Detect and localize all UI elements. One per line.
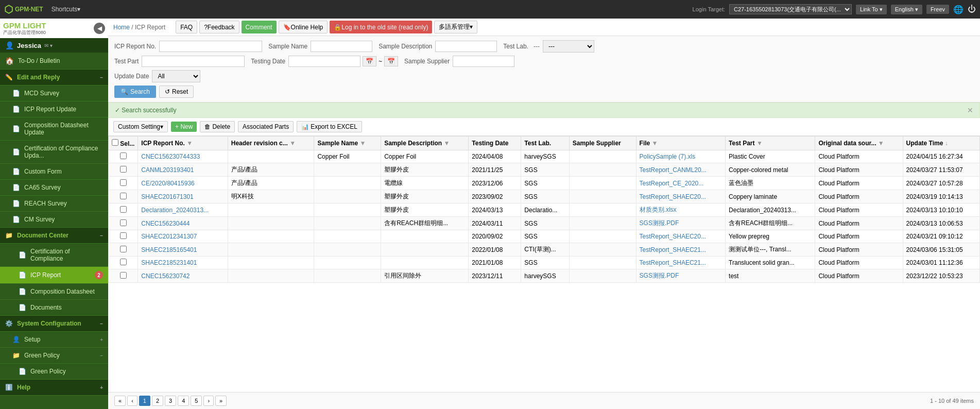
link-to-button[interactable]: Link To ▾: [856, 5, 887, 14]
breadcrumb-home[interactable]: Home: [113, 24, 130, 31]
success-bar-close[interactable]: ✕: [967, 106, 973, 114]
row-update-time: 2024/04/15 16:27:34: [903, 150, 979, 163]
pagination-page-5[interactable]: 5: [191, 396, 202, 406]
row-checkbox[interactable]: [120, 179, 127, 186]
sidebar-item-documents[interactable]: 📄 Documents: [0, 300, 108, 316]
pagination-next[interactable]: ›: [203, 396, 214, 406]
testing-date-from[interactable]: [288, 56, 360, 67]
reset-button[interactable]: ↺ Reset: [159, 86, 194, 98]
sidebar-item-cm-survey[interactable]: 📄 CM Survey: [0, 212, 108, 228]
row-checkbox[interactable]: [120, 219, 127, 226]
user-dropdown-icon[interactable]: ✉ ▾: [44, 43, 53, 48]
export-excel-button[interactable]: 📊 Export to EXCEL: [297, 121, 362, 132]
row-update-time: 2023/12/22 10:53:23: [903, 269, 979, 283]
pagination-prev[interactable]: ‹: [127, 396, 137, 406]
row-checkbox[interactable]: [120, 259, 127, 265]
row-checkbox[interactable]: [120, 272, 127, 279]
date-to-calendar-button[interactable]: 📅: [384, 56, 398, 66]
row-checkbox[interactable]: [120, 206, 127, 213]
pagination-first[interactable]: «: [114, 396, 126, 406]
sidebar-section-help[interactable]: ℹ️ Help +: [0, 380, 108, 396]
language-management-button[interactable]: 多語系管理▾: [434, 21, 477, 33]
sidebar-item-custom-form[interactable]: 📄 Custom Form: [0, 164, 108, 180]
associated-parts-button[interactable]: Associated Parts: [238, 121, 294, 132]
sort-icon-sample-name[interactable]: ▼: [360, 140, 366, 147]
sort-icon-header-rev[interactable]: ▼: [289, 140, 296, 147]
shortcuts-menu[interactable]: Shortcuts▾: [51, 6, 81, 13]
row-checkbox[interactable]: [120, 246, 127, 252]
sidebar-section-document-center[interactable]: 📁 Document Center −: [0, 228, 108, 244]
faq-button[interactable]: FAQ: [176, 21, 197, 33]
pagination-buttons: « ‹ 1 2 3 4 5 › »: [114, 396, 227, 406]
pagination-last[interactable]: »: [215, 396, 227, 406]
date-from-calendar-button[interactable]: 📅: [363, 56, 376, 66]
sidebar-item-green-policy-label: Green Policy: [24, 352, 60, 359]
globe-icon[interactable]: 🌐: [953, 5, 964, 14]
test-part-input[interactable]: [142, 56, 245, 67]
top-bar-right: Login Target: C27-1635502813073(交通电子有限公司…: [693, 4, 976, 14]
update-date-select[interactable]: All Today This Week This Month: [152, 70, 200, 82]
login-target-select[interactable]: C27-1635502813073(交通电子有限公司(...: [729, 4, 852, 14]
sidebar-item-todo[interactable]: 🏠 To-Do / Bulletin: [0, 53, 108, 70]
row-checkbox[interactable]: [120, 152, 127, 159]
sort-icon-original[interactable]: ▼: [878, 140, 884, 147]
sidebar-item-ca65[interactable]: 📄 CA65 Survey: [0, 180, 108, 196]
pagination-page-4[interactable]: 4: [178, 396, 189, 406]
sort-icon-icp-no[interactable]: ▼: [186, 140, 193, 147]
sidebar-section-system-config[interactable]: ⚙️ System Configuration −: [0, 316, 108, 332]
sidebar-item-reach-survey[interactable]: 📄 REACH Survey: [0, 196, 108, 212]
sidebar-section-edit-reply[interactable]: ✏️ Edit and Reply −: [0, 70, 108, 86]
new-button[interactable]: + New: [171, 122, 197, 132]
pagination-page-3[interactable]: 3: [165, 396, 176, 406]
help-collapse-icon[interactable]: +: [100, 385, 103, 390]
sidebar-item-icp-report-update[interactable]: 📄 ICP Report Update: [0, 101, 108, 117]
sidebar-item-cert-compliance-update[interactable]: 📄 Certification of Compliance Upda...: [0, 141, 108, 164]
pagination-page-2[interactable]: 2: [152, 396, 163, 406]
row-sample-supplier: [569, 203, 636, 217]
header-buttons: FAQ ?Feedback Comment 🔖Online Help 🔒Log …: [176, 21, 477, 33]
sidebar-item-green-policy[interactable]: 📁 Green Policy −: [0, 348, 108, 364]
custom-setting-button[interactable]: Custom Setting▾: [113, 121, 168, 132]
setup-collapse-icon[interactable]: +: [100, 337, 103, 343]
sidebar-item-composition-update[interactable]: 📄 Composition Datasheet Update: [0, 117, 108, 141]
sort-icon-file[interactable]: ▼: [652, 140, 658, 147]
system-config-collapse-icon[interactable]: −: [100, 321, 103, 327]
green-policy-collapse-icon[interactable]: −: [100, 353, 103, 359]
sort-icon-sample-desc[interactable]: ▼: [444, 140, 450, 147]
doc-center-collapse-icon[interactable]: −: [100, 233, 103, 238]
feedback-button[interactable]: ?Feedback: [199, 21, 239, 33]
sidebar-item-icp-report[interactable]: 📄 ICP Report 2: [0, 267, 108, 284]
sidebar-item-composition-datasheet[interactable]: 📄 Composition Datasheet: [0, 284, 108, 300]
sort-icon-update-time[interactable]: ↓: [945, 140, 948, 147]
table-body: CNEC156230744333 Copper Foil Copper Foil…: [109, 150, 980, 283]
old-site-button[interactable]: 🔒Log in to the old site (read only): [330, 21, 432, 33]
pagination-page-1[interactable]: 1: [139, 396, 150, 406]
icp-report-no-input[interactable]: [159, 41, 262, 52]
delete-button[interactable]: 🗑 Delete: [200, 121, 235, 132]
test-lab-select[interactable]: ---: [543, 40, 594, 53]
sample-supplier-input[interactable]: [453, 56, 514, 67]
sidebar-item-setup[interactable]: 👤 Setup +: [0, 332, 108, 348]
logout-icon[interactable]: ⏻: [968, 5, 976, 14]
sort-icon-test-part[interactable]: ▼: [757, 140, 763, 147]
comment-button[interactable]: Comment: [242, 21, 277, 33]
search-button[interactable]: 🔍 Search: [114, 86, 156, 98]
table-col-original: Original data sour... ▼: [815, 137, 903, 150]
sidebar-item-cert-compliance[interactable]: 📄 Certification of Compliance: [0, 244, 108, 267]
sidebar-item-cert-compliance-label: Certification of Compliance: [30, 248, 103, 262]
edit-reply-collapse-icon[interactable]: −: [100, 75, 103, 80]
user-bar[interactable]: 👤 Jessica ✉ ▾: [0, 38, 108, 53]
language-button[interactable]: English ▾: [891, 5, 922, 14]
online-help-button[interactable]: 🔖Online Help: [279, 21, 328, 33]
sidebar-item-mcd-survey[interactable]: 📄 MCD Survey: [0, 86, 108, 101]
sidebar-item-green-policy-sub[interactable]: 📄 Green Policy: [0, 364, 108, 380]
row-checkbox[interactable]: [120, 232, 127, 239]
freev-button[interactable]: Freev: [926, 5, 949, 14]
select-all-checkbox[interactable]: [112, 139, 118, 146]
row-checkbox[interactable]: [120, 193, 127, 199]
sample-desc-input[interactable]: [435, 41, 497, 52]
sidebar-back-button[interactable]: ◀: [94, 23, 105, 34]
row-checkbox[interactable]: [120, 166, 127, 173]
testing-date-label: Testing Date: [251, 58, 285, 65]
sample-name-input[interactable]: [311, 41, 372, 52]
